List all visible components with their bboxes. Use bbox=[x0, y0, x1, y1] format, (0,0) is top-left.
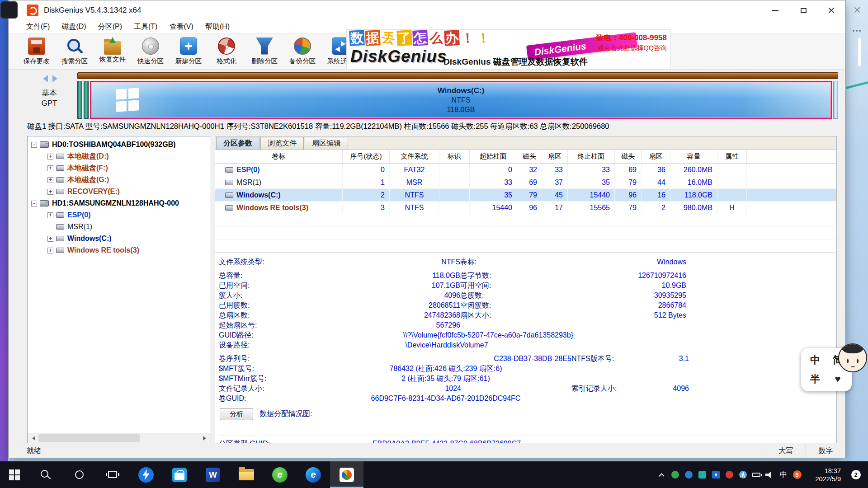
expand-expander-icon[interactable]: + bbox=[47, 177, 53, 183]
taskbar-search-button[interactable] bbox=[29, 461, 62, 488]
prev-disk-arrow-icon[interactable] bbox=[43, 75, 48, 82]
expand-expander-icon[interactable]: + bbox=[47, 212, 53, 218]
partition-icon bbox=[56, 224, 64, 230]
minimize-button[interactable] bbox=[761, 0, 789, 20]
menu-partition[interactable]: 分区(P) bbox=[92, 20, 128, 33]
tab-sector-editor[interactable]: 扇区编辑 bbox=[305, 137, 348, 150]
tree-item-disk-hd1[interactable]: - HD1:SAMSUNGMZNLN128HAHQ-000 bbox=[28, 197, 211, 209]
taskbar-app-diskgenius-active[interactable] bbox=[330, 461, 363, 488]
tray-icon-3[interactable] bbox=[695, 461, 709, 488]
header-cell: 扇区 bbox=[542, 150, 568, 163]
delete-partition-button[interactable]: 删除分区 bbox=[245, 35, 283, 68]
partition-row-windows-selected[interactable]: Windows(C:) 2 NTFS 35 79 45 15440 96 16 … bbox=[215, 189, 836, 202]
partition-block-re-tools[interactable] bbox=[833, 81, 838, 119]
expand-expander-icon[interactable]: + bbox=[47, 189, 53, 195]
format-button[interactable]: 格式化 bbox=[208, 35, 245, 68]
menu-view[interactable]: 查看(V) bbox=[163, 20, 199, 33]
tab-partition-parameters[interactable]: 分区参数 bbox=[216, 137, 259, 150]
scrollbar-track[interactable] bbox=[38, 433, 201, 443]
expand-expander-icon[interactable]: + bbox=[47, 248, 53, 253]
windows-taskbar: W e e 中 S 18:37 2022/5/9 2 bbox=[0, 461, 868, 488]
tray-blue-icon bbox=[685, 471, 693, 479]
ime-floating-widget[interactable]: 中 简 半 ♥ bbox=[801, 343, 868, 395]
taskbar-app-edge[interactable]: e bbox=[297, 461, 330, 488]
tree-item-windows-re-tools[interactable]: + Windows RE tools(3) bbox=[28, 244, 211, 256]
ime-halfwidth-toggle[interactable]: 半 bbox=[810, 372, 820, 386]
new-partition-button[interactable]: 新建分区 bbox=[170, 35, 208, 68]
partition-block-msr[interactable] bbox=[84, 81, 89, 119]
tree-item-local-g[interactable]: + 本地磁盘(G:) bbox=[28, 174, 211, 186]
partition-block-esp[interactable] bbox=[77, 81, 82, 119]
search-partition-button[interactable]: 搜索分区 bbox=[56, 35, 94, 68]
expand-expander-icon[interactable]: + bbox=[47, 154, 53, 160]
tab-browse-files[interactable]: 浏览文件 bbox=[260, 137, 304, 150]
tray-icon-1[interactable] bbox=[668, 461, 682, 488]
next-disk-arrow-icon[interactable] bbox=[52, 75, 57, 82]
analyze-button[interactable]: 分析 bbox=[220, 408, 253, 420]
start-button[interactable] bbox=[0, 461, 29, 488]
collapse-expander-icon[interactable]: - bbox=[31, 142, 37, 148]
scrollbar-thumb[interactable] bbox=[38, 434, 140, 442]
save-changes-button[interactable]: 保存更改 bbox=[18, 35, 56, 68]
partition-row-re-tools[interactable]: Windows RE tools(3) 3 NTFS 15440 96 17 1… bbox=[215, 202, 836, 214]
tray-icon-4[interactable] bbox=[709, 461, 722, 488]
tree-item-local-d[interactable]: + 本地磁盘(D:) bbox=[28, 150, 211, 162]
tree-horizontal-scrollbar[interactable] bbox=[28, 433, 211, 443]
maximize-button[interactable] bbox=[789, 0, 817, 20]
tree-item-disk-hd0[interactable]: - HD0:TOSHIBAMQ04ABF100(932GB) bbox=[28, 139, 211, 150]
background-scrollbar[interactable] bbox=[857, 37, 861, 67]
tray-icon-2[interactable] bbox=[682, 461, 695, 488]
tray-battery-button[interactable] bbox=[750, 461, 763, 488]
collapse-expander-icon[interactable]: - bbox=[31, 201, 37, 206]
promo-qq-link[interactable]: 或点击此处选择QQ咨询 bbox=[598, 44, 667, 52]
chinese-input-icon: 中 bbox=[780, 469, 788, 480]
menu-help[interactable]: 帮助(H) bbox=[199, 20, 236, 33]
taskbar-app-360-browser[interactable]: e bbox=[263, 461, 297, 488]
detail-row: 总容量: 118.0GB 总字节数: 126710972416 bbox=[219, 271, 836, 281]
ime-favorite-icon[interactable]: ♥ bbox=[835, 373, 840, 385]
diskgenius-icon bbox=[340, 468, 354, 482]
tree-item-local-f[interactable]: + 本地磁盘(F:) bbox=[28, 162, 211, 174]
scroll-left-button[interactable] bbox=[28, 433, 38, 443]
taskbar-app-file-explorer[interactable] bbox=[230, 461, 263, 488]
menu-file[interactable]: 文件(F) bbox=[20, 20, 56, 33]
ime-lang-toggle[interactable]: 中 bbox=[810, 353, 820, 367]
taskbar-app-thunder[interactable] bbox=[129, 461, 163, 488]
ime-mascot-avatar[interactable] bbox=[838, 343, 867, 372]
taskbar-clock[interactable]: 18:37 2022/5/9 bbox=[804, 467, 845, 483]
expand-expander-icon[interactable]: + bbox=[47, 165, 53, 171]
menu-tools[interactable]: 工具(T) bbox=[128, 20, 163, 33]
cortana-button[interactable] bbox=[62, 461, 96, 488]
detail-label: 卷GUID: bbox=[219, 394, 320, 404]
tray-sogou-button[interactable]: S bbox=[790, 461, 804, 488]
close-button[interactable] bbox=[817, 0, 845, 20]
tray-icon-5[interactable] bbox=[722, 461, 736, 488]
menu-disk[interactable]: 磁盘(D) bbox=[56, 20, 92, 33]
taskbar-app-store[interactable] bbox=[163, 461, 196, 488]
tray-input-indicator[interactable]: 中 bbox=[777, 461, 790, 488]
background-more-icon[interactable] bbox=[853, 30, 862, 32]
tree-item-recovery-e[interactable]: + RECOVERY(E:) bbox=[28, 186, 211, 197]
taskbar-app-word[interactable]: W bbox=[196, 461, 230, 488]
promo-banner[interactable]: 数 据 丢 了 怎 么 办 ！ ！ DiskGenius DiskGenius … bbox=[346, 29, 671, 70]
task-view-button[interactable] bbox=[96, 461, 129, 488]
tree-item-esp[interactable]: + ESP(0) bbox=[28, 209, 211, 221]
tray-volume-button[interactable] bbox=[763, 461, 777, 488]
partition-row-esp[interactable]: ESP(0) 0 FAT32 0 32 33 33 69 36 260.0MB bbox=[215, 164, 836, 176]
expand-expander-icon[interactable]: + bbox=[47, 236, 53, 242]
recover-files-button[interactable]: 恢复文件 bbox=[94, 35, 132, 68]
tree-item-msr[interactable]: MSR(1) bbox=[28, 221, 211, 233]
disk-strip[interactable] bbox=[77, 72, 838, 79]
cell: Windows(C:) bbox=[215, 189, 343, 201]
action-center-button[interactable]: 2 bbox=[845, 461, 866, 488]
tray-icon-6[interactable] bbox=[736, 461, 750, 488]
partition-row-msr[interactable]: MSR(1) 1 MSR 33 69 37 35 79 44 16.0MB bbox=[215, 176, 836, 189]
background-close-icon[interactable] bbox=[854, 6, 861, 14]
scroll-right-button[interactable] bbox=[201, 433, 211, 443]
backup-partition-button[interactable]: 备份分区 bbox=[283, 35, 321, 68]
tree-item-windows-c[interactable]: + Windows(C:) bbox=[28, 233, 211, 244]
quick-partition-button[interactable]: 快速分区 bbox=[132, 35, 170, 68]
partition-block-windows-selected[interactable]: Windows(C:) NTFS 118.0GB bbox=[90, 81, 832, 119]
detail-label: 总字节数: bbox=[460, 271, 573, 281]
tray-show-hidden-icons-button[interactable] bbox=[655, 461, 668, 488]
